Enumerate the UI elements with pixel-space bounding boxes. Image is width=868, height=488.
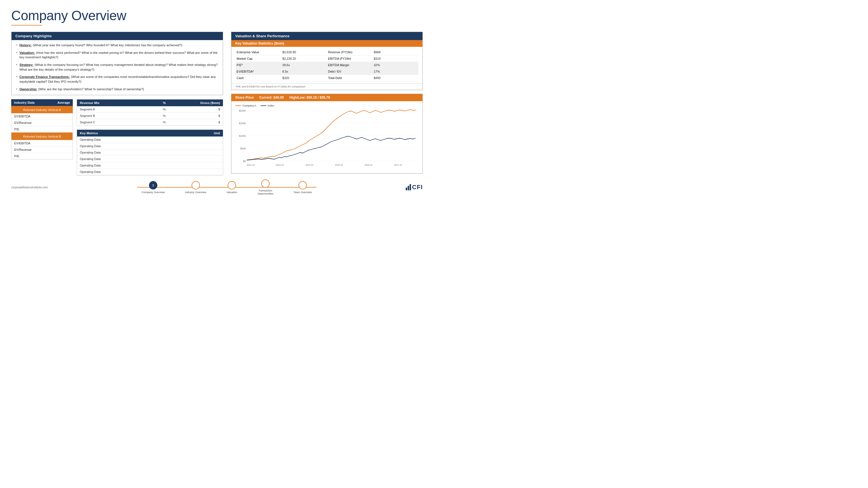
svg-text:2017-10: 2017-10 [394,164,402,166]
page-container: Company Overview Company Highlights •His… [0,0,434,244]
revenue-pct-label: % [152,101,177,105]
bullet: • [16,51,18,55]
nav-circle[interactable] [228,181,236,190]
highlight-text: Corporate Finance Transactions:(What are… [20,75,218,84]
footer-website: corporatefinanceinstitute.com [11,186,48,189]
industry-row: EV/Revenue [11,120,72,126]
chart-legend: Company A Index [236,104,418,107]
industry-row: P/E [11,126,72,132]
share-price-header: Share Price Current: $40.00 High/Low: $5… [231,94,423,101]
footer: corporatefinanceinstitute.com 1Company O… [11,179,423,195]
nav-step-label: Valuation [226,191,238,194]
val-label: EV/EBITDA* [236,68,281,75]
chart-svg: $2000 $1500 $1000 $500 $0 2012-10 2 [236,108,418,170]
highlight-item: •Valuation:(How has the stock performed?… [16,51,218,60]
val-label: Enterprise Value [236,49,281,56]
svg-text:2012-10: 2012-10 [247,164,255,166]
table-row: Operating Data [77,162,223,169]
nav-circle[interactable] [191,181,200,190]
industry-vertical-a: Relevant Industry Vertical A [11,106,73,113]
industry-row: P/E [11,153,72,159]
table-row: Segment C%$ [77,119,223,125]
highlight-text: Ownership:(Who are the top shareholders?… [20,87,144,92]
industry-average-label: Average [57,101,70,104]
title-underline [11,25,42,26]
main-layout: Company Highlights •History:(What year w… [11,32,423,175]
nav-step[interactable]: Transaction Opportunities [257,179,274,195]
key-metrics-rows: Operating DataOperating DataOperating Da… [77,137,223,175]
nav-circle[interactable] [299,181,307,190]
highlights-header: Company Highlights [11,32,223,40]
revenue-metrics-col: Revenue Mix % Gross ($mm) Segment A%$Seg… [77,99,223,175]
highlights-content: •History:(What year was the company foun… [11,40,223,95]
share-price-highlow: High/Low: $50.15 / $35.79 [289,95,330,99]
table-row: Segment B%$ [77,113,223,119]
logo-bar-2 [408,186,409,190]
val-value: 39.6x [281,62,327,68]
svg-text:$2000: $2000 [239,109,246,112]
highlight-text: History:(What year was the company found… [20,43,182,48]
right-col: Valuation & Share Performance Key Valuat… [231,32,423,175]
share-price-box: Share Price Current: $40.00 High/Low: $5… [231,94,423,174]
table-row: Operating Data [77,149,223,156]
bullet: • [16,43,18,47]
valuation-grid: Enterprise Value $2,626.90 Revenue (FY18… [231,47,423,84]
nav-step[interactable]: Valuation [226,181,238,194]
industry-vertical-b: Relevant Industry Vertical B [11,133,73,140]
table-row: Operating Data [77,169,223,175]
legend-company-a: Company A [236,104,256,107]
revenue-mix-header: Revenue Mix % Gross ($mm) [77,99,223,106]
nav-step[interactable]: 1Company Overview [142,181,165,194]
key-metrics-unit-label: Unit [214,132,220,135]
val-value: 8.5x [281,68,327,75]
val-label: Total Debt [327,75,373,81]
nav-step[interactable]: Industry Overview [185,181,206,194]
val-label: Revenue (FY18e) [327,49,373,56]
valuation-header: Valuation & Share Performance [231,32,423,40]
industry-data-table: Industry Data Average Relevant Industry … [11,99,73,160]
revenue-mix-label: Revenue Mix [80,101,152,105]
revenue-mix-rows: Segment A%$Segment B%$Segment C%$ [77,106,223,125]
industry-rows-a: EV/EBITDAEV/RevenueP/E [11,113,73,133]
nav-step-label: Team Overview [293,191,312,194]
svg-text:$500: $500 [240,147,246,150]
legend-index: Index [261,104,274,107]
key-metrics-label: Key Metrics [80,132,98,135]
val-value: 32% [373,62,418,68]
chart-container: Company A Index $2000 $1500 $1000 $500 [231,101,423,173]
val-value: 17% [373,68,418,75]
val-value: $320 [281,75,327,81]
val-value: $450 [373,75,418,81]
valuation-box: Valuation & Share Performance Key Valuat… [231,32,423,90]
bullet: • [16,63,18,67]
highlight-item: •Corporate Finance Transactions:(What ar… [16,75,218,84]
bullet: • [16,87,18,91]
legend-index-label: Index [268,104,274,107]
highlight-text: Valuation:(How has the stock performed? … [20,51,218,60]
val-value: $2,626.90 [281,49,327,56]
val-value: $968 [373,49,418,56]
logo-bars [406,184,411,190]
key-metrics-table: Key Metrics Unit Operating DataOperating… [77,130,223,175]
table-row: Operating Data [77,143,223,149]
logo-text: CFI [412,183,423,191]
key-metrics-header: Key Metrics Unit [77,130,223,137]
bullet: • [16,75,18,79]
highlight-text: Strategy:(What is the company focusing o… [20,62,218,72]
val-label: EBITDA (FY18e) [327,56,373,62]
revenue-mix-table: Revenue Mix % Gross ($mm) Segment A%$Seg… [77,99,223,125]
nav-step[interactable]: Team Overview [293,181,312,194]
val-label: EBITDA Margin [327,62,373,68]
highlight-item: •Ownership:(Who are the top shareholders… [16,87,218,92]
revenue-gross-label: Gross ($mm) [177,101,220,105]
nav-circle[interactable] [261,179,270,188]
share-price-current: Current: $40.00 [259,95,284,99]
highlight-item: •Strategy:(What is the company focusing … [16,62,218,72]
val-value: $310 [373,56,418,62]
logo-bar-3 [410,184,411,190]
nav-circle[interactable]: 1 [149,181,157,190]
highlight-item: •History:(What year was the company foun… [16,43,218,48]
svg-text:2013-10: 2013-10 [276,164,284,166]
svg-text:$1500: $1500 [239,122,246,125]
share-price-label: Share Price [235,95,254,99]
